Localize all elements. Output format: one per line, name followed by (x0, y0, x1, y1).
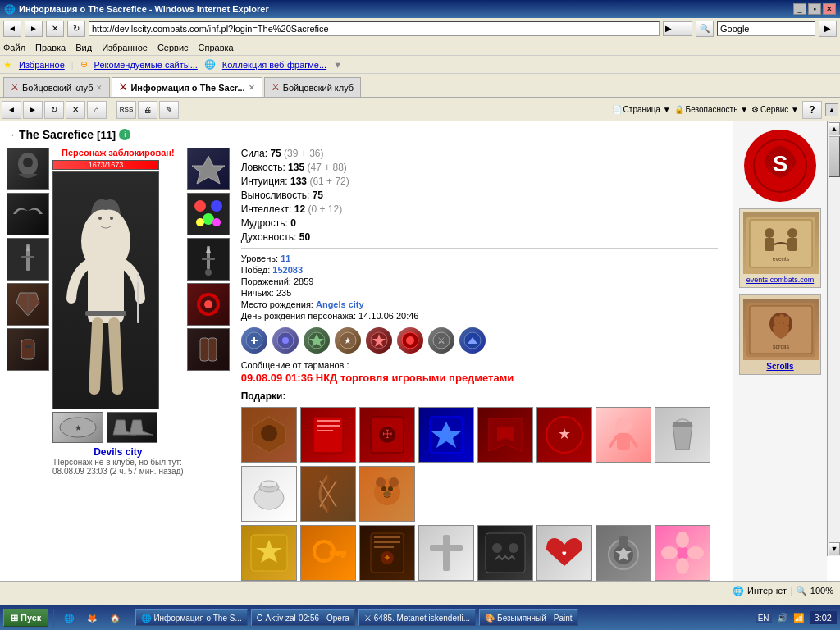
gift-item-2[interactable] (300, 407, 356, 463)
equip-slot-bracers[interactable] (7, 328, 49, 371)
gift-item-5[interactable] (477, 407, 533, 463)
gift-item-7[interactable] (596, 407, 651, 463)
nav-home-icon[interactable]: ⌂ (87, 101, 107, 119)
gift-item-16[interactable] (477, 525, 533, 581)
minimize-button[interactable]: _ (793, 3, 806, 15)
equip-slot-wings[interactable] (7, 193, 49, 235)
brand-logo[interactable]: S (744, 130, 816, 202)
favorites-item-2[interactable]: Коллекция веб-фрагме... (222, 60, 326, 70)
scroll-thumb[interactable] (829, 136, 840, 177)
scroll-down-arrow[interactable]: ▼ (829, 542, 840, 555)
address-bar[interactable]: http://devilscity.combats.com/inf.pl?log… (89, 21, 660, 36)
go-button[interactable]: ▶ (663, 21, 692, 36)
badge-5[interactable] (366, 327, 392, 354)
badge-8[interactable] (459, 327, 486, 354)
equip-slot-weapon2[interactable] (187, 238, 230, 281)
gift-item-18[interactable] (596, 525, 651, 581)
gift-item-1[interactable] (241, 407, 297, 463)
equip-slot-amulet[interactable] (187, 148, 230, 190)
scrolls-image[interactable]: scrolls (743, 299, 819, 360)
nav-edit-icon[interactable]: ✎ (159, 101, 179, 119)
refresh-button[interactable]: ↻ (67, 21, 85, 37)
quicklaunch-3[interactable]: 🏠 (105, 609, 125, 627)
taskbar-item-0[interactable]: 🌐 Информация о The S... (135, 609, 247, 626)
nav-feeds-icon[interactable]: RSS (116, 101, 136, 119)
tab-2[interactable]: ⚔ Бойцовский клуб (264, 77, 361, 97)
tab-close-1[interactable]: ✕ (249, 84, 255, 92)
equip-slot-guild[interactable]: ★ (52, 412, 103, 443)
gift-item-15[interactable] (418, 525, 474, 581)
badge-4[interactable]: ★ (335, 327, 361, 354)
help-button[interactable]: ? (802, 101, 822, 119)
info-icon[interactable]: i (119, 129, 130, 140)
tab-1[interactable]: ⚔ Информация о The Sacr... ✕ (112, 77, 262, 97)
gift-item-3[interactable]: ☩ (359, 407, 415, 463)
gift-item-17[interactable]: ♥ (536, 525, 592, 581)
scrolls-link[interactable]: Scrolls (743, 362, 817, 371)
badge-3[interactable] (304, 327, 330, 354)
forward-button[interactable]: ► (25, 21, 43, 37)
badge-1[interactable] (241, 327, 267, 354)
restore-button[interactable]: ▪ (808, 3, 821, 15)
equip-slot-legs[interactable] (187, 328, 230, 371)
gift-item-19[interactable] (655, 525, 710, 581)
stop-button[interactable]: ✕ (46, 21, 64, 37)
tab-close-0[interactable]: ✕ (96, 84, 103, 92)
badge-6[interactable] (397, 327, 423, 354)
page-menu[interactable]: 📄 Страница ▼ (612, 105, 671, 114)
menu-tools[interactable]: Сервис (158, 43, 189, 52)
gift-item-8[interactable] (655, 407, 710, 463)
menu-view[interactable]: Вид (75, 43, 92, 52)
events-link[interactable]: events.combats.com (743, 276, 817, 284)
close-button[interactable]: ✕ (823, 3, 836, 15)
equip-slot-armor[interactable] (7, 283, 49, 326)
gift-item-14[interactable]: ✦ (359, 525, 415, 581)
favorites-label[interactable]: Избранное (19, 60, 65, 70)
service-menu[interactable]: ⚙ Сервис ▼ (751, 105, 799, 114)
events-image[interactable]: events (743, 212, 819, 274)
favorites-item-1[interactable]: Рекомендуемые сайты... (94, 60, 198, 70)
tray-network[interactable]: 📶 (793, 613, 805, 623)
start-button[interactable]: ⊞ Пуск (3, 609, 48, 627)
gift-item-13[interactable] (300, 525, 356, 581)
gift-item-6[interactable]: ★ (536, 407, 592, 463)
gift-item-10[interactable] (300, 466, 356, 522)
menu-file[interactable]: Файл (3, 43, 25, 52)
nav-stop-icon[interactable]: ✕ (66, 101, 85, 119)
taskbar-item-2[interactable]: ⚔ 6485. Metanet iskenderli... (358, 609, 476, 626)
equip-slot-weapon1[interactable] (7, 238, 49, 281)
menu-edit[interactable]: Правка (35, 43, 66, 52)
nav-refresh-icon[interactable]: ↻ (44, 101, 64, 119)
security-menu[interactable]: 🔒 Безопасность ▼ (674, 105, 748, 114)
fav-icon-1: ⊕ (80, 59, 88, 70)
scroll-up-button[interactable]: ▲ (825, 103, 838, 116)
nav-fwd-icon[interactable]: ► (23, 101, 43, 119)
quicklaunch-ff[interactable]: 🦊 (82, 609, 102, 627)
location-name[interactable]: Devils city (52, 446, 184, 458)
gift-item-11[interactable]: Подарок от Tanya-casual (359, 466, 415, 522)
scrollbar-track[interactable]: ▲ ▼ (827, 121, 840, 556)
equip-slot-gems[interactable] (187, 193, 230, 235)
menu-help[interactable]: Справка (199, 43, 234, 52)
tray-sound[interactable]: 🔊 (777, 613, 788, 623)
menu-favorites[interactable]: Избранное (102, 43, 148, 52)
back-button[interactable]: ◄ (3, 21, 21, 37)
taskbar-item-1[interactable]: O Aktiv zal-02:56 - Opera (251, 609, 355, 626)
nav-print-icon[interactable]: 🖨 (138, 101, 158, 119)
search-submit-button[interactable]: ▶ (819, 21, 837, 37)
gift-item-4[interactable] (418, 407, 474, 463)
search-input[interactable] (717, 21, 815, 36)
gift-item-9[interactable] (241, 466, 297, 522)
badge-7[interactable]: ⚔ (428, 327, 454, 354)
scroll-up-arrow[interactable]: ▲ (829, 122, 840, 135)
nav-back-icon[interactable]: ◄ (2, 101, 21, 119)
equip-slot-boots[interactable] (107, 412, 158, 443)
gift-item-12[interactable] (241, 525, 297, 581)
quicklaunch-ie[interactable]: 🌐 (59, 609, 79, 627)
equip-slot-ring[interactable] (187, 283, 230, 326)
equip-slot-head[interactable] (7, 148, 49, 190)
badge-2[interactable] (272, 327, 299, 354)
tab-0[interactable]: ⚔ Бойцовский клуб ✕ (3, 77, 110, 97)
start-label: Пуск (21, 613, 41, 623)
taskbar-item-3[interactable]: 🎨 Безымянный - Paint (479, 609, 578, 626)
